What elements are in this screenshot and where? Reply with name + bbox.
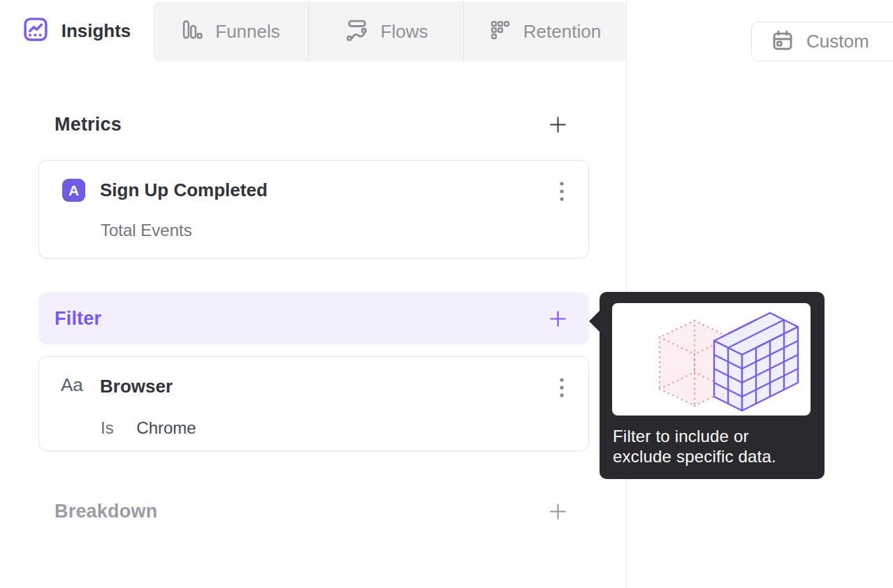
tab-flows[interactable]: Flows xyxy=(308,1,463,61)
metric-options-button[interactable] xyxy=(556,179,567,203)
date-range-label: Custom xyxy=(806,31,869,52)
tab-insights[interactable]: Insights xyxy=(0,0,153,61)
tooltip-line-2: exclude specific data. xyxy=(613,446,815,466)
insights-chart-icon xyxy=(22,16,49,45)
filter-operator[interactable]: Is xyxy=(101,418,114,437)
filter-tooltip: Filter to include or exclude specific da… xyxy=(600,292,825,479)
tab-insights-label: Insights xyxy=(61,20,131,42)
tab-flows-label: Flows xyxy=(381,21,428,43)
metric-series-badge: A xyxy=(62,179,85,202)
plus-icon xyxy=(548,501,568,522)
tab-funnels-label: Funnels xyxy=(215,21,280,43)
metrics-section-header: Metrics xyxy=(38,112,589,137)
retention-dots-icon xyxy=(490,20,511,43)
cube-illustration-svg xyxy=(612,303,811,416)
tab-funnels[interactable]: Funnels xyxy=(153,1,308,61)
date-range-custom-button[interactable]: Custom xyxy=(751,22,893,61)
filter-section-header[interactable]: Filter xyxy=(38,293,589,344)
filter-clause: Is Chrome xyxy=(101,418,196,438)
tab-retention-label: Retention xyxy=(523,21,601,43)
tab-bar: Funnels Flows Retention xyxy=(153,1,627,61)
filter-cube-illustration xyxy=(612,303,811,416)
plus-icon xyxy=(548,309,568,329)
metric-event-name[interactable]: Sign Up Completed xyxy=(100,179,268,201)
tooltip-text: Filter to include or exclude specific da… xyxy=(613,426,815,466)
metric-measure[interactable]: Total Events xyxy=(101,221,192,240)
breakdown-section-header: Breakdown xyxy=(38,499,589,524)
add-filter-button[interactable] xyxy=(547,308,568,329)
plus-icon xyxy=(548,115,568,135)
tab-retention[interactable]: Retention xyxy=(463,1,627,61)
string-property-icon: Aa xyxy=(61,374,83,396)
kebab-menu-icon xyxy=(558,376,565,399)
flows-wave-icon xyxy=(344,18,368,45)
kebab-menu-icon xyxy=(558,179,565,203)
calendar-icon xyxy=(771,29,794,54)
filter-title: Filter xyxy=(55,308,101,330)
filter-property-name[interactable]: Browser xyxy=(100,376,173,397)
filter-card[interactable]: Aa Browser Is Chrome xyxy=(38,356,589,451)
purple-grid-cube xyxy=(714,313,798,411)
tooltip-line-1: Filter to include or xyxy=(613,426,815,446)
metric-card[interactable]: A Sign Up Completed Total Events xyxy=(38,160,589,258)
funnel-bars-icon xyxy=(181,20,203,44)
metrics-title: Metrics xyxy=(55,114,122,135)
breakdown-title: Breakdown xyxy=(55,501,157,522)
filter-options-button[interactable] xyxy=(556,376,567,399)
add-breakdown-button[interactable] xyxy=(547,501,568,522)
add-metric-button[interactable] xyxy=(547,114,568,135)
filter-value[interactable]: Chrome xyxy=(136,418,196,437)
